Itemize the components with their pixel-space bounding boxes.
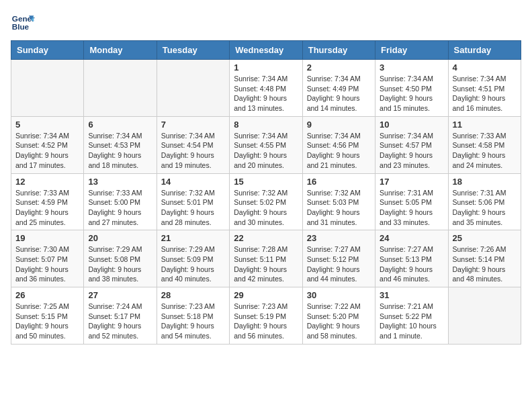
calendar-body: 1Sunrise: 7:34 AMSunset: 4:48 PMDaylight… <box>11 60 521 345</box>
weekday-saturday: Saturday <box>448 41 521 60</box>
day-cell-27: 27Sunrise: 7:24 AMSunset: 5:17 PMDayligh… <box>84 287 157 345</box>
weekday-tuesday: Tuesday <box>157 41 229 60</box>
day-number: 22 <box>234 233 298 243</box>
day-number: 2 <box>307 62 371 73</box>
day-number: 12 <box>15 177 79 187</box>
day-info: Sunrise: 7:29 AMSunset: 5:09 PMDaylight:… <box>161 244 225 284</box>
day-info: Sunrise: 7:32 AMSunset: 5:02 PMDaylight:… <box>234 188 298 228</box>
day-number: 19 <box>15 233 79 243</box>
day-number: 24 <box>380 233 443 243</box>
day-number: 1 <box>234 62 298 73</box>
empty-cell <box>448 287 521 345</box>
day-info: Sunrise: 7:34 AMSunset: 4:53 PMDaylight:… <box>88 131 152 171</box>
day-info: Sunrise: 7:24 AMSunset: 5:17 PMDaylight:… <box>88 302 152 341</box>
day-cell-16: 16Sunrise: 7:32 AMSunset: 5:03 PMDayligh… <box>302 173 375 230</box>
day-cell-24: 24Sunrise: 7:27 AMSunset: 5:13 PMDayligh… <box>375 230 448 287</box>
day-info: Sunrise: 7:34 AMSunset: 4:56 PMDaylight:… <box>307 131 371 171</box>
weekday-header-row: SundayMondayTuesdayWednesdayThursdayFrid… <box>11 41 521 60</box>
day-number: 10 <box>380 120 443 130</box>
day-cell-25: 25Sunrise: 7:26 AMSunset: 5:14 PMDayligh… <box>448 230 521 287</box>
day-cell-19: 19Sunrise: 7:30 AMSunset: 5:07 PMDayligh… <box>11 230 84 287</box>
day-cell-21: 21Sunrise: 7:29 AMSunset: 5:09 PMDayligh… <box>157 230 229 287</box>
day-info: Sunrise: 7:31 AMSunset: 5:06 PMDaylight:… <box>453 188 517 228</box>
day-number: 5 <box>15 120 79 130</box>
day-cell-4: 4Sunrise: 7:34 AMSunset: 4:51 PMDaylight… <box>448 60 521 117</box>
day-number: 4 <box>453 62 517 73</box>
day-number: 17 <box>380 177 443 187</box>
day-cell-30: 30Sunrise: 7:22 AMSunset: 5:20 PMDayligh… <box>302 287 375 345</box>
weekday-sunday: Sunday <box>11 41 84 60</box>
day-info: Sunrise: 7:33 AMSunset: 4:59 PMDaylight:… <box>15 188 79 228</box>
day-number: 6 <box>88 120 152 130</box>
day-cell-14: 14Sunrise: 7:32 AMSunset: 5:01 PMDayligh… <box>157 173 229 230</box>
day-number: 25 <box>453 233 517 243</box>
day-number: 16 <box>307 177 371 187</box>
day-info: Sunrise: 7:21 AMSunset: 5:22 PMDaylight:… <box>380 302 443 341</box>
day-info: Sunrise: 7:25 AMSunset: 5:15 PMDaylight:… <box>15 302 79 341</box>
day-number: 15 <box>234 177 298 187</box>
day-cell-9: 9Sunrise: 7:34 AMSunset: 4:56 PMDaylight… <box>302 116 375 173</box>
day-cell-2: 2Sunrise: 7:34 AMSunset: 4:49 PMDaylight… <box>302 60 375 117</box>
day-info: Sunrise: 7:34 AMSunset: 4:50 PMDaylight:… <box>380 74 443 113</box>
day-info: Sunrise: 7:28 AMSunset: 5:11 PMDaylight:… <box>234 244 298 284</box>
day-number: 9 <box>307 120 371 130</box>
day-cell-20: 20Sunrise: 7:29 AMSunset: 5:08 PMDayligh… <box>84 230 157 287</box>
day-info: Sunrise: 7:27 AMSunset: 5:12 PMDaylight:… <box>307 244 371 284</box>
empty-cell <box>84 60 157 117</box>
day-number: 20 <box>88 233 152 243</box>
day-cell-12: 12Sunrise: 7:33 AMSunset: 4:59 PMDayligh… <box>11 173 84 230</box>
day-info: Sunrise: 7:33 AMSunset: 5:00 PMDaylight:… <box>88 188 152 228</box>
day-info: Sunrise: 7:32 AMSunset: 5:01 PMDaylight:… <box>161 188 225 228</box>
day-cell-17: 17Sunrise: 7:31 AMSunset: 5:05 PMDayligh… <box>375 173 448 230</box>
day-number: 11 <box>453 120 517 130</box>
day-number: 28 <box>161 290 225 300</box>
day-info: Sunrise: 7:26 AMSunset: 5:14 PMDaylight:… <box>453 244 517 284</box>
day-info: Sunrise: 7:34 AMSunset: 4:52 PMDaylight:… <box>15 131 79 171</box>
day-info: Sunrise: 7:29 AMSunset: 5:08 PMDaylight:… <box>88 244 152 284</box>
day-number: 8 <box>234 120 298 130</box>
day-number: 30 <box>307 290 371 300</box>
day-number: 21 <box>161 233 225 243</box>
day-number: 26 <box>15 290 79 300</box>
day-cell-5: 5Sunrise: 7:34 AMSunset: 4:52 PMDaylight… <box>11 116 84 173</box>
week-row-2: 5Sunrise: 7:34 AMSunset: 4:52 PMDaylight… <box>11 116 521 173</box>
weekday-monday: Monday <box>84 41 157 60</box>
day-number: 27 <box>88 290 152 300</box>
day-cell-26: 26Sunrise: 7:25 AMSunset: 5:15 PMDayligh… <box>11 287 84 345</box>
week-row-1: 1Sunrise: 7:34 AMSunset: 4:48 PMDaylight… <box>11 60 521 117</box>
day-number: 13 <box>88 177 152 187</box>
day-info: Sunrise: 7:23 AMSunset: 5:18 PMDaylight:… <box>161 302 225 341</box>
weekday-thursday: Thursday <box>302 41 375 60</box>
week-row-4: 19Sunrise: 7:30 AMSunset: 5:07 PMDayligh… <box>11 230 521 287</box>
day-cell-22: 22Sunrise: 7:28 AMSunset: 5:11 PMDayligh… <box>230 230 302 287</box>
svg-text:Blue: Blue <box>12 22 30 31</box>
day-info: Sunrise: 7:31 AMSunset: 5:05 PMDaylight:… <box>380 188 443 228</box>
day-info: Sunrise: 7:22 AMSunset: 5:20 PMDaylight:… <box>307 302 371 341</box>
day-info: Sunrise: 7:34 AMSunset: 4:51 PMDaylight:… <box>453 74 517 113</box>
day-number: 3 <box>380 62 443 73</box>
day-info: Sunrise: 7:34 AMSunset: 4:49 PMDaylight:… <box>307 74 371 113</box>
empty-cell <box>11 60 84 117</box>
day-cell-13: 13Sunrise: 7:33 AMSunset: 5:00 PMDayligh… <box>84 173 157 230</box>
day-cell-8: 8Sunrise: 7:34 AMSunset: 4:55 PMDaylight… <box>230 116 302 173</box>
day-info: Sunrise: 7:34 AMSunset: 4:57 PMDaylight:… <box>380 131 443 171</box>
day-cell-10: 10Sunrise: 7:34 AMSunset: 4:57 PMDayligh… <box>375 116 448 173</box>
day-number: 14 <box>161 177 225 187</box>
weekday-friday: Friday <box>375 41 448 60</box>
day-info: Sunrise: 7:34 AMSunset: 4:48 PMDaylight:… <box>234 74 298 113</box>
week-row-3: 12Sunrise: 7:33 AMSunset: 4:59 PMDayligh… <box>11 173 521 230</box>
day-cell-6: 6Sunrise: 7:34 AMSunset: 4:53 PMDaylight… <box>84 116 157 173</box>
day-info: Sunrise: 7:27 AMSunset: 5:13 PMDaylight:… <box>380 244 443 284</box>
day-cell-15: 15Sunrise: 7:32 AMSunset: 5:02 PMDayligh… <box>230 173 302 230</box>
day-cell-28: 28Sunrise: 7:23 AMSunset: 5:18 PMDayligh… <box>157 287 229 345</box>
day-cell-11: 11Sunrise: 7:33 AMSunset: 4:58 PMDayligh… <box>448 116 521 173</box>
day-cell-18: 18Sunrise: 7:31 AMSunset: 5:06 PMDayligh… <box>448 173 521 230</box>
weekday-wednesday: Wednesday <box>230 41 302 60</box>
page-header: General Blue <box>11 11 521 35</box>
day-number: 18 <box>453 177 517 187</box>
empty-cell <box>157 60 229 117</box>
day-info: Sunrise: 7:34 AMSunset: 4:55 PMDaylight:… <box>234 131 298 171</box>
day-cell-1: 1Sunrise: 7:34 AMSunset: 4:48 PMDaylight… <box>230 60 302 117</box>
day-number: 23 <box>307 233 371 243</box>
calendar-table: SundayMondayTuesdayWednesdayThursdayFrid… <box>11 40 521 345</box>
